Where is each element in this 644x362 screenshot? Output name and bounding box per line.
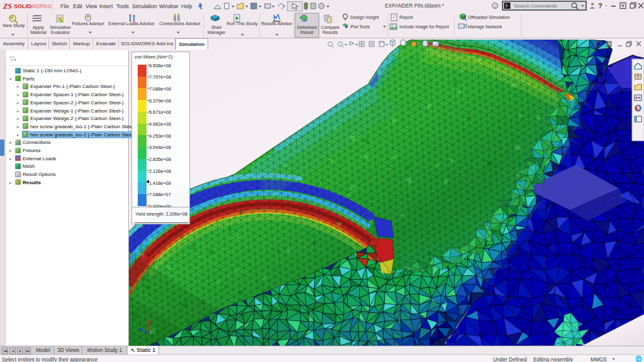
svg-text:?: ? xyxy=(598,2,602,9)
svg-text:Search Commands: Search Commands xyxy=(514,3,557,9)
svg-text:EXPANDER PIN.sldasm *: EXPANDER PIN.sldasm * xyxy=(385,3,445,9)
